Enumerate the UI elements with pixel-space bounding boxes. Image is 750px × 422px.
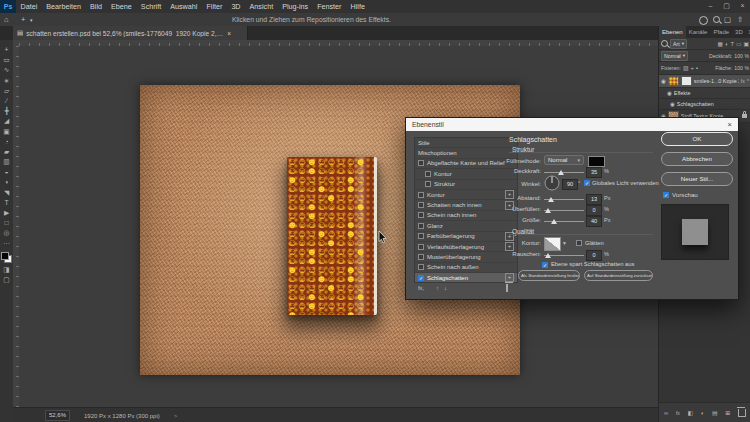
- edit-toolbar-icon[interactable]: ⋯: [0, 239, 13, 249]
- noise-slider[interactable]: [544, 255, 584, 256]
- style-checkbox[interactable]: [418, 160, 424, 166]
- foreground-color-swatch[interactable]: [1, 252, 9, 260]
- style-item-schein-nach-aussen[interactable]: Schein nach außen: [415, 263, 517, 273]
- layer-fx-badge[interactable]: fx: [741, 78, 745, 84]
- global-light-checkbox[interactable]: ✓: [584, 180, 590, 186]
- shadow-color-swatch[interactable]: [588, 156, 605, 167]
- filter-shape-icon[interactable]: ▭: [736, 41, 741, 47]
- lock-position-icon[interactable]: +: [690, 65, 693, 71]
- tab-kanaele[interactable]: Kanäle: [686, 26, 711, 38]
- dialog-close-icon[interactable]: ×: [728, 120, 732, 129]
- style-checkbox[interactable]: [425, 171, 431, 177]
- pen-tool-icon[interactable]: ◥: [0, 188, 13, 198]
- angle-dial[interactable]: [544, 175, 560, 191]
- opacity-value[interactable]: 35: [586, 167, 602, 178]
- layer-opacity-value[interactable]: 100 %: [734, 53, 749, 59]
- layer-blend-mode-dropdown[interactable]: Normal ▾: [661, 51, 688, 61]
- noise-value[interactable]: 0: [586, 250, 602, 261]
- style-checkbox[interactable]: [418, 223, 424, 229]
- fx-list-icon[interactable]: fx,: [418, 285, 424, 291]
- blur-tool-icon[interactable]: ◒: [0, 167, 13, 177]
- tab-pfade[interactable]: Pfade: [710, 26, 732, 38]
- size-slider[interactable]: [544, 221, 584, 222]
- angle-value[interactable]: 90: [562, 179, 578, 190]
- emoji-notebook-image[interactable]: ☺☺☻☺☺☺☺☻☺☺☻☺☺☺☺☺☻☺☺☺☺☺☻☺☺☺☺☻☺☺☻☺☺☺☺☺☻☺☺☺…: [287, 157, 377, 315]
- cancel-button[interactable]: Abbrechen: [661, 152, 733, 166]
- delete-layer-icon[interactable]: [738, 409, 746, 417]
- style-item-schlagschatten[interactable]: ✓ Schlagschatten +: [415, 273, 517, 283]
- style-item-stile[interactable]: Stile: [415, 138, 517, 148]
- new-style-button[interactable]: Neuer Stil...: [661, 172, 733, 186]
- menu-auswahl[interactable]: Auswahl: [166, 2, 202, 11]
- dodge-tool-icon[interactable]: ◖: [0, 177, 13, 187]
- spread-value[interactable]: 0: [586, 205, 602, 216]
- layer-effects-icon[interactable]: fx: [676, 410, 680, 416]
- style-checkbox[interactable]: [418, 254, 424, 260]
- spread-slider[interactable]: [544, 210, 584, 211]
- document-tab[interactable]: ▤ schatten erstellen.psd bei 52,6% (smil…: [13, 26, 248, 40]
- style-checkbox[interactable]: [425, 181, 431, 187]
- status-chevron-icon[interactable]: >: [174, 413, 178, 419]
- style-checkbox[interactable]: [418, 264, 424, 270]
- lock-transparency-icon[interactable]: ▨: [683, 65, 688, 71]
- distance-slider[interactable]: [544, 199, 584, 200]
- add-layer-mask-icon[interactable]: ◧: [688, 410, 693, 416]
- make-default-button[interactable]: Als Standardeinstellung festlegen: [518, 270, 580, 281]
- filter-kind-dropdown[interactable]: Art ▾: [670, 39, 687, 49]
- new-layer-icon[interactable]: ⊞: [725, 410, 730, 416]
- blend-mode-dropdown[interactable]: Normal ▾: [544, 155, 584, 165]
- ok-button[interactable]: OK: [661, 132, 733, 146]
- path-selection-tool-icon[interactable]: ▶: [0, 208, 13, 218]
- layer-name[interactable]: smiles-1...0 Kopie 2: [694, 78, 739, 84]
- knockout-checkbox[interactable]: ✓: [542, 262, 548, 268]
- filter-type-icon[interactable]: T: [730, 41, 734, 47]
- style-checkbox[interactable]: [418, 233, 424, 239]
- style-checkbox[interactable]: [418, 244, 424, 250]
- search-icon[interactable]: [713, 16, 720, 23]
- menu-schrift[interactable]: Schrift: [136, 2, 165, 11]
- tab-3d[interactable]: 3D: [732, 26, 746, 38]
- tool-preset-caret-icon[interactable]: ▾: [30, 17, 33, 23]
- adjustment-layer-icon[interactable]: ◐: [701, 410, 705, 416]
- minimize-button[interactable]: –: [703, 0, 718, 12]
- lasso-tool-icon[interactable]: ∿: [0, 65, 13, 75]
- style-checkbox[interactable]: [418, 192, 424, 198]
- filter-adjustment-icon[interactable]: ◐: [725, 41, 729, 47]
- healing-brush-tool-icon[interactable]: ╋: [0, 106, 13, 116]
- size-value[interactable]: 40: [586, 216, 602, 227]
- eyedropper-tool-icon[interactable]: ∕: [0, 96, 13, 106]
- menu-3d[interactable]: 3D: [227, 2, 245, 11]
- quick-selection-tool-icon[interactable]: ∗: [0, 76, 13, 86]
- photoshop-logo[interactable]: Ps: [0, 0, 16, 13]
- share-icon[interactable]: ⇧: [737, 15, 743, 24]
- move-effect-down-icon[interactable]: ↓: [444, 285, 447, 291]
- quick-mask-icon[interactable]: ◨: [0, 265, 13, 275]
- layer-group-icon[interactable]: ▤: [712, 410, 717, 416]
- shape-tool-icon[interactable]: □: [0, 218, 13, 228]
- style-checkbox-checked[interactable]: ✓: [418, 275, 424, 281]
- document-tab-close-icon[interactable]: ×: [227, 30, 231, 37]
- preview-checkbox[interactable]: ✓: [663, 192, 669, 198]
- move-effect-up-icon[interactable]: ↑: [436, 285, 439, 291]
- account-icon[interactable]: [699, 16, 708, 25]
- visibility-eye-icon[interactable]: ◉: [670, 101, 675, 107]
- menu-hilfe[interactable]: Hilfe: [346, 2, 369, 11]
- color-swatches[interactable]: [1, 252, 12, 263]
- menu-plugins[interactable]: Plug-ins: [278, 2, 313, 11]
- crop-tool-icon[interactable]: ▱: [0, 86, 13, 96]
- filter-image-icon[interactable]: ▦: [717, 41, 722, 47]
- dialog-title-bar[interactable]: Ebenenstil ×: [406, 118, 738, 131]
- add-effect-icon[interactable]: +: [505, 273, 514, 282]
- zoom-level-field[interactable]: 52,6%: [45, 410, 70, 421]
- contour-thumbnail[interactable]: [544, 237, 561, 251]
- layer-mask-thumbnail[interactable]: [681, 76, 692, 86]
- home-icon[interactable]: ⌂: [4, 15, 9, 24]
- layer-row-effekte[interactable]: ◉ Effekte: [659, 88, 750, 99]
- antialias-checkbox[interactable]: [576, 240, 582, 246]
- distance-value[interactable]: 13: [586, 194, 602, 205]
- restore-button[interactable]: ▢: [719, 0, 734, 12]
- menu-datei[interactable]: Datei: [16, 2, 42, 11]
- layer-thumbnail[interactable]: [668, 76, 679, 86]
- layer-row-smiles[interactable]: ◉ smiles-1...0 Kopie 2 fx ^: [659, 75, 750, 88]
- marquee-tool-icon[interactable]: ▭: [0, 55, 13, 65]
